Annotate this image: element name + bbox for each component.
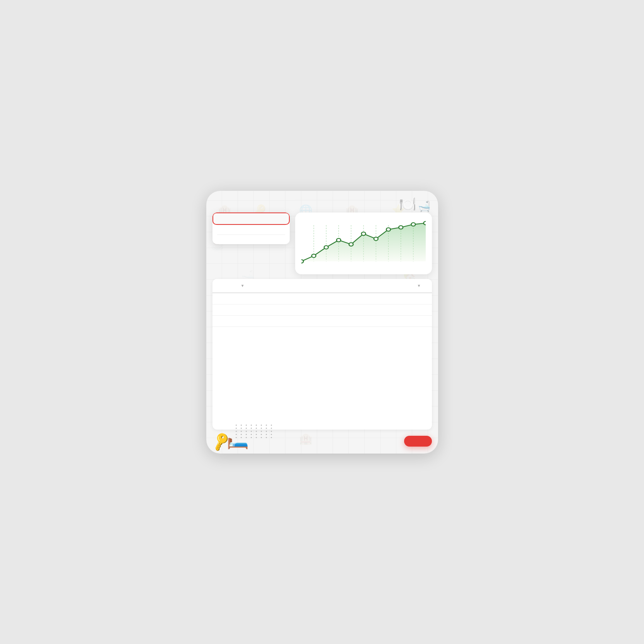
top-right-decorations: 🍽️ 🛁 (399, 196, 430, 212)
svg-point-10 (301, 260, 303, 263)
cell-party-2 (271, 308, 305, 311)
cell-payment-2 (356, 308, 406, 311)
svg-point-13 (336, 238, 341, 242)
date-filter-icon[interactable]: ▼ (241, 284, 245, 288)
bathtub-icon: 🛁 (418, 201, 430, 212)
svg-point-17 (386, 228, 391, 231)
table-row (212, 293, 432, 304)
phone-container: 🏨 🔑 🌐 🏨 ⭐ ☕ 🛎️ 🛁 🏡 🔑 🏠 ⭐ 🏠 🏨 🍽️ 🛁 (206, 191, 438, 454)
dropdown-item-expense[interactable] (212, 212, 290, 225)
payment-filter-icon[interactable]: ▼ (417, 284, 421, 288)
dropdown-menu (212, 212, 290, 244)
cell-amount-2 (406, 308, 432, 311)
col-filter[interactable]: ▼ (406, 282, 432, 289)
svg-point-15 (361, 232, 365, 235)
cell-category-1 (305, 297, 356, 300)
dropdown-item-item-report[interactable] (212, 235, 290, 244)
dropdown-item-category-report[interactable] (212, 225, 290, 234)
svg-point-16 (374, 237, 378, 240)
cell-date-2 (212, 308, 272, 311)
cell-amount-3 (406, 319, 432, 323)
add-expense-button[interactable] (404, 436, 432, 447)
bottom-section: const dotsContainer = document.querySele… (212, 434, 432, 450)
expense-table: ▼ ▼ (212, 279, 432, 430)
cell-date-3 (212, 319, 272, 323)
table-row (212, 316, 432, 327)
col-category (305, 282, 356, 289)
main-content: ▼ ▼ (206, 191, 438, 454)
svg-point-12 (324, 245, 328, 249)
col-payment (356, 282, 406, 289)
cell-party-3 (271, 319, 305, 323)
table-header: ▼ ▼ (212, 279, 432, 293)
chart-card (295, 212, 432, 274)
svg-point-14 (349, 243, 353, 246)
svg-point-20 (423, 221, 425, 225)
cell-category-3 (305, 319, 356, 323)
cell-payment-3 (356, 319, 406, 323)
col-party (271, 282, 305, 289)
svg-point-11 (311, 254, 316, 257)
svg-point-18 (399, 226, 403, 229)
col-date: ▼ (212, 282, 272, 289)
cell-category-2 (305, 308, 356, 311)
cloche-icon: 🍽️ (399, 196, 416, 212)
table-row (212, 304, 432, 316)
cell-amount-1 (406, 297, 432, 300)
bottom-icons: 🔑 🛏️ (212, 429, 249, 450)
expense-tracking-chart (301, 221, 426, 263)
top-row (212, 212, 432, 274)
cell-party-1 (271, 297, 305, 300)
cell-payment-1 (356, 297, 406, 300)
svg-point-19 (411, 223, 415, 226)
cell-date-1 (212, 297, 272, 300)
